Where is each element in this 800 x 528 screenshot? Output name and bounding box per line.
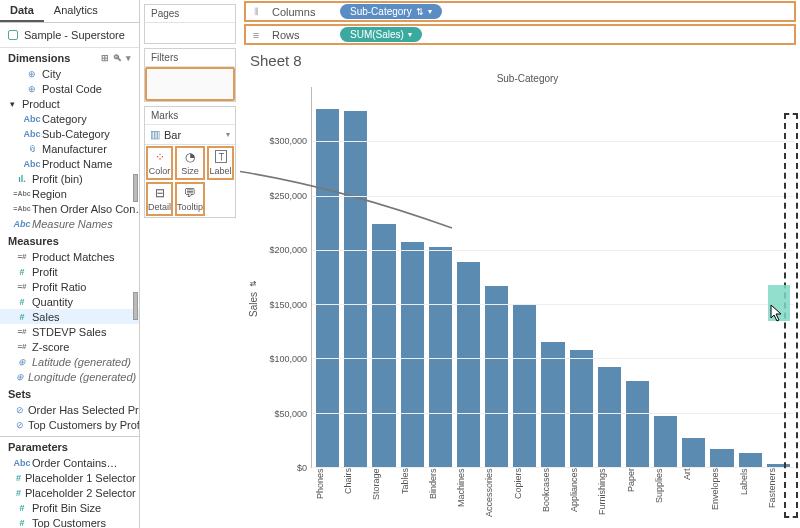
number-icon: # xyxy=(16,297,28,307)
mark-detail[interactable]: ⊟Detail xyxy=(146,182,173,216)
x-tick: Phones xyxy=(315,468,338,524)
plot-area[interactable] xyxy=(311,87,794,468)
bar[interactable] xyxy=(626,381,649,467)
dimension-item[interactable]: =AbcRegion xyxy=(0,186,139,201)
pages-card[interactable]: Pages xyxy=(144,4,236,44)
measure-label: Latitude (generated) xyxy=(32,356,131,368)
parameter-item[interactable]: #Placeholder 1 Selector xyxy=(0,470,139,485)
measure-item[interactable]: =#STDEVP Sales xyxy=(0,324,139,339)
rows-pill[interactable]: SUM(Sales) ▾ xyxy=(340,27,422,42)
rows-shelf[interactable]: ≡ Rows SUM(Sales) ▾ xyxy=(244,24,796,45)
dimension-item[interactable]: ▾Product xyxy=(0,96,139,111)
dimensions-scrollbar[interactable] xyxy=(133,174,138,202)
dimension-item[interactable]: AbcMeasure Names xyxy=(0,216,139,231)
dimensions-header: Dimensions ⊞🔍︎▾ xyxy=(0,48,139,66)
bar[interactable] xyxy=(541,342,564,467)
dimension-label: Profit (bin) xyxy=(32,173,83,185)
bar[interactable] xyxy=(372,224,395,467)
view-grid-icon[interactable]: ⊞ xyxy=(101,53,109,63)
x-tick: Machines xyxy=(456,468,479,524)
x-tick: Binders xyxy=(428,468,451,524)
x-tick: Furnishings xyxy=(597,468,620,524)
bar[interactable] xyxy=(570,350,593,467)
measure-item[interactable]: ⊕Latitude (generated) xyxy=(0,354,139,369)
bar[interactable] xyxy=(654,416,677,467)
measure-item[interactable]: #Profit xyxy=(0,264,139,279)
dimension-item[interactable]: 📎︎Manufacturer xyxy=(0,141,139,156)
set-item[interactable]: ⊘Order Has Selected Pro… xyxy=(0,402,139,417)
number-icon: # xyxy=(16,518,28,528)
chart: Sales⇅ Sub-Category $0$50,000$100,000$15… xyxy=(240,73,800,528)
data-pane: Data Analytics Sample - Superstore Dimen… xyxy=(0,0,140,528)
sort-icon: ⇅ xyxy=(249,281,258,288)
bar[interactable] xyxy=(485,286,508,467)
parameters-list: AbcOrder Contains…#Placeholder 1 Selecto… xyxy=(0,455,139,528)
measure-item[interactable]: =#Profit Ratio xyxy=(0,279,139,294)
search-icon[interactable]: 🔍︎ xyxy=(113,53,122,63)
number-icon: # xyxy=(16,503,28,513)
mark-color[interactable]: ⁘Color xyxy=(146,146,173,180)
parameter-label: Profit Bin Size xyxy=(32,502,101,514)
mark-label[interactable]: 🅃Label xyxy=(207,146,234,180)
mark-type-select[interactable]: ▥ Bar ▾ xyxy=(145,125,235,145)
dimension-item[interactable]: ⊕Postal Code xyxy=(0,81,139,96)
y-tick: $50,000 xyxy=(274,409,307,419)
measure-item[interactable]: =#Product Matches xyxy=(0,249,139,264)
measure-item[interactable]: #Sales xyxy=(0,309,139,324)
bar[interactable] xyxy=(513,304,536,467)
parameter-label: Placeholder 2 Selector xyxy=(25,487,136,499)
measure-item[interactable]: =#Z-score xyxy=(0,339,139,354)
dimension-item[interactable]: AbcCategory xyxy=(0,111,139,126)
y-tick: $150,000 xyxy=(269,300,307,310)
x-tick: Chairs xyxy=(343,468,366,524)
gridline xyxy=(312,304,794,305)
x-tick: Accessories xyxy=(484,468,507,524)
set-item[interactable]: ⊘Top Customers by Profit xyxy=(0,417,139,432)
measures-scrollbar[interactable] xyxy=(133,292,138,320)
bar[interactable] xyxy=(739,453,762,467)
cards-column: Pages Filters Marks ▥ Bar ▾ ⁘Color ◔Size… xyxy=(140,0,240,528)
bar[interactable] xyxy=(710,449,733,467)
parameter-item[interactable]: #Placeholder 2 Selector xyxy=(0,485,139,500)
parameter-item[interactable]: #Top Customers xyxy=(0,515,139,528)
parameter-item[interactable]: AbcOrder Contains… xyxy=(0,455,139,470)
dimension-item[interactable]: ıl.Profit (bin) xyxy=(0,171,139,186)
dimension-label: Then Order Also Con… xyxy=(32,203,139,215)
columns-label: Columns xyxy=(272,6,332,18)
measure-label: Product Matches xyxy=(32,251,115,263)
tab-data[interactable]: Data xyxy=(0,0,44,22)
bar[interactable] xyxy=(401,242,424,467)
dimension-item[interactable]: AbcProduct Name xyxy=(0,156,139,171)
dimension-item[interactable]: ⊕City xyxy=(0,66,139,81)
gridline xyxy=(312,413,794,414)
bar[interactable] xyxy=(457,262,480,467)
label-icon: 🅃 xyxy=(215,150,227,164)
calc-text-icon: =Abc xyxy=(16,190,28,197)
mark-tooltip[interactable]: 💬︎Tooltip xyxy=(175,182,205,216)
globe-icon: ⊕ xyxy=(26,84,38,94)
filters-card[interactable]: Filters xyxy=(144,48,236,102)
mark-size[interactable]: ◔Size xyxy=(175,146,205,180)
parameter-item[interactable]: #Profit Bin Size xyxy=(0,500,139,515)
sheet-title[interactable]: Sheet 8 xyxy=(240,46,800,73)
dimension-item[interactable]: AbcSub-Category xyxy=(0,126,139,141)
sort-desc-icon: ⇅ xyxy=(416,7,424,17)
bar[interactable] xyxy=(429,247,452,467)
columns-shelf[interactable]: ⦀ Columns Sub-Category ⇅ ▾ xyxy=(244,1,796,22)
measure-item[interactable]: #Quantity xyxy=(0,294,139,309)
calc-text-icon: =Abc xyxy=(16,205,28,212)
calc-number-icon: =# xyxy=(16,252,28,261)
text-icon: Abc xyxy=(26,129,38,139)
measure-item[interactable]: ⊕Longitude (generated) xyxy=(0,369,139,384)
bar[interactable] xyxy=(598,367,621,467)
parameter-label: Order Contains… xyxy=(32,457,118,469)
set-label: Top Customers by Profit xyxy=(28,419,139,431)
menu-caret-icon[interactable]: ▾ xyxy=(126,53,131,63)
tab-analytics[interactable]: Analytics xyxy=(44,0,108,22)
parameters-header: Parameters xyxy=(0,436,139,455)
x-tick: Copiers xyxy=(513,468,536,524)
data-source-row[interactable]: Sample - Superstore xyxy=(0,23,139,48)
bar[interactable] xyxy=(682,438,705,467)
dimension-item[interactable]: =AbcThen Order Also Con… xyxy=(0,201,139,216)
columns-pill[interactable]: Sub-Category ⇅ ▾ xyxy=(340,4,442,19)
